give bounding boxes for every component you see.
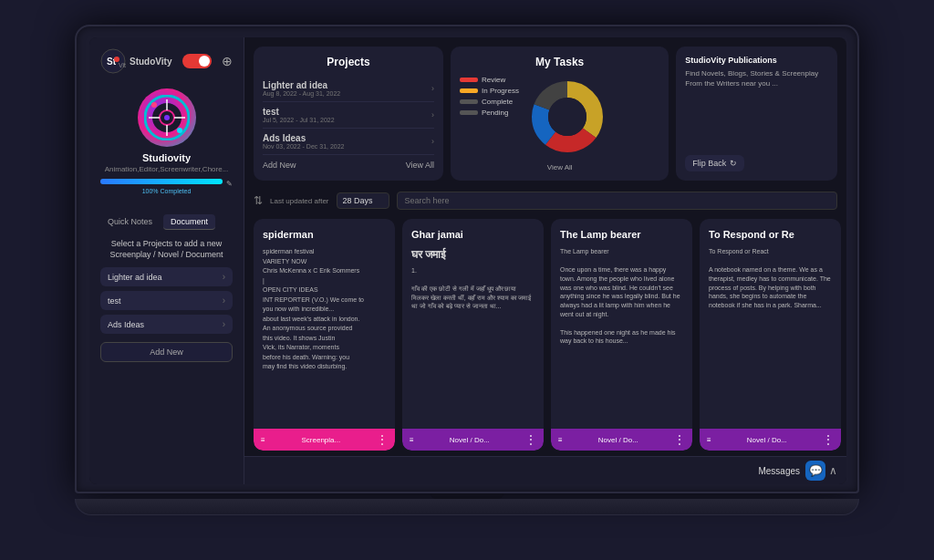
logo-text: StudoVity xyxy=(130,57,171,67)
legend-item-review: Review xyxy=(460,76,519,84)
logout-button[interactable]: ⊕ xyxy=(222,54,233,68)
chart-legend: Review In Progress Complete xyxy=(460,76,519,156)
doc-footer-label-respond: Novel / Do... xyxy=(747,436,787,444)
svg-point-7 xyxy=(164,115,170,120)
flip-back-button[interactable]: Flip Back ↻ xyxy=(685,155,744,171)
theme-toggle[interactable] xyxy=(182,54,212,68)
arrow-icon: › xyxy=(223,296,225,306)
doc-card-spiderman: spiderman spiderman festivalVARIETY NOWC… xyxy=(254,219,395,451)
top-panels: Projects Lighter ad idea Aug 8, 2022 - A… xyxy=(244,37,846,188)
sidebar-project-item[interactable]: Lighter ad idea › xyxy=(100,267,233,286)
doc-footer-respond: ≡ Novel / Do... ⋮ xyxy=(700,429,841,451)
project-item[interactable]: Ads Ideas Nov 03, 2022 - Dec 31, 2022 › xyxy=(263,129,434,155)
edit-icon[interactable]: ✎ xyxy=(226,180,233,188)
select-projects-text: Select a Projects to add a new Screenpla… xyxy=(100,239,233,260)
refresh-icon: ↻ xyxy=(730,159,737,168)
arrow-icon: › xyxy=(223,319,225,329)
doc-menu-button[interactable]: ⋮ xyxy=(377,433,388,446)
app-container: St Vity StudoVity ⊕ xyxy=(89,37,846,484)
filter-bar: ⇅ Last updated after 28 Days 7 Days 14 D… xyxy=(244,188,846,213)
doc-card-ghar-jamai: Ghar jamai घर जमाई 1.गाँव की एक छोटी से … xyxy=(402,219,544,451)
arrow-icon: › xyxy=(431,84,434,93)
project-item[interactable]: Lighter ad idea Aug 8, 2022 - Aug 31, 20… xyxy=(263,76,434,102)
doc-footer-label-spiderman: Screenpla... xyxy=(301,436,340,444)
laptop-base xyxy=(75,499,859,515)
progress-bar xyxy=(100,179,223,184)
last-updated-label: Last updated after xyxy=(270,197,329,205)
publications-panel: StudioVity Publications Find Novels, Blo… xyxy=(676,47,837,181)
main-content: Projects Lighter ad idea Aug 8, 2022 - A… xyxy=(244,37,846,484)
tab-document[interactable]: Document xyxy=(163,214,215,230)
project-item[interactable]: test Jul 5, 2022 - Jul 31, 2022 › xyxy=(263,102,434,129)
svg-point-13 xyxy=(177,128,182,133)
bottom-bar: Messages 💬 ∧ xyxy=(244,456,846,484)
doc-menu-button[interactable]: ⋮ xyxy=(525,433,536,446)
doc-card-lamp-bearer: The Lamp bearer The Lamp bearerOnce upon… xyxy=(551,219,692,451)
doc-footer-label-lamp-bearer: Novel / Do... xyxy=(598,436,638,444)
publications-description: Find Novels, Blogs, Stories & Screenplay… xyxy=(685,68,828,88)
chevron-up-icon[interactable]: ∧ xyxy=(829,464,837,477)
doc-type-icon: ≡ xyxy=(558,436,563,444)
logo-area: St Vity StudoVity xyxy=(100,48,171,74)
tab-quick-notes[interactable]: Quick Notes xyxy=(100,214,160,230)
legend-dot-pending xyxy=(460,110,478,115)
chat-icon: 💬 xyxy=(809,464,823,477)
doc-card-respond: To Respond or Re To Respond or ReactA no… xyxy=(700,219,841,451)
progress-fill xyxy=(100,179,223,184)
search-input[interactable] xyxy=(397,192,838,210)
svg-text:Vity: Vity xyxy=(119,62,126,69)
projects-footer: Add New View All xyxy=(263,161,434,170)
docs-grid: spiderman spiderman festivalVARIETY NOWC… xyxy=(244,213,846,456)
doc-footer-lamp-bearer: ≡ Novel / Do... ⋮ xyxy=(551,429,692,451)
add-new-projects-button[interactable]: Add New xyxy=(263,161,296,170)
section-tabs: Quick Notes Document xyxy=(100,214,233,230)
legend-item-inprogress: In Progress xyxy=(460,87,519,95)
doc-menu-button[interactable]: ⋮ xyxy=(823,433,834,446)
avatar-section: Studiovity Animation,Editor,Screenwriter… xyxy=(100,88,233,203)
legend-dot-review xyxy=(460,78,478,82)
filter-icon[interactable]: ⇅ xyxy=(254,194,263,207)
messages-button[interactable]: 💬 xyxy=(805,461,825,481)
doc-title-lamp-bearer: The Lamp bearer xyxy=(560,228,683,242)
doc-title-ghar-jamai: Ghar jamai xyxy=(411,228,534,242)
tasks-panel: My Tasks Review In Progress xyxy=(451,47,669,181)
arrow-icon: › xyxy=(223,272,225,282)
legend-item-pending: Pending xyxy=(460,109,519,117)
arrow-icon: › xyxy=(431,137,434,146)
projects-panel: Projects Lighter ad idea Aug 8, 2022 - A… xyxy=(254,47,443,181)
legend-dot-complete xyxy=(460,99,478,104)
sidebar-header: St Vity StudoVity ⊕ xyxy=(100,48,233,74)
doc-menu-button[interactable]: ⋮ xyxy=(674,433,685,446)
logo-icon: St Vity xyxy=(100,48,126,74)
sidebar: St Vity StudoVity ⊕ xyxy=(89,37,244,484)
donut-chart xyxy=(526,76,608,160)
sidebar-project-item[interactable]: Ads Ideas › xyxy=(100,315,233,334)
publications-title: StudioVity Publications xyxy=(685,56,828,65)
arrow-icon: › xyxy=(431,110,434,119)
doc-type-icon: ≡ xyxy=(410,436,414,444)
doc-type-icon: ≡ xyxy=(261,436,265,444)
days-filter-select[interactable]: 28 Days 7 Days 14 Days 60 Days xyxy=(337,192,389,209)
add-new-sidebar-button[interactable]: Add New xyxy=(100,342,233,362)
doc-footer-ghar-jamai: ≡ Novel / Do... ⋮ xyxy=(402,429,544,451)
doc-content-lamp-bearer: The Lamp bearerOnce upon a time, there w… xyxy=(560,247,683,346)
messages-label: Messages xyxy=(758,466,800,476)
doc-content-ghar-jamai: 1.गाँव की एक छोटी से गली में जहाँ धूप और… xyxy=(411,266,534,311)
sidebar-project-item[interactable]: test › xyxy=(100,291,233,310)
legend-dot-inprogress xyxy=(460,88,478,93)
projects-panel-title: Projects xyxy=(263,56,434,68)
doc-title-spiderman: spiderman xyxy=(263,228,386,242)
doc-title-respond: To Respond or Re xyxy=(709,228,832,242)
legend-label-review: Review xyxy=(482,76,505,84)
view-all-tasks-button[interactable]: View All xyxy=(460,163,659,171)
doc-footer-label-ghar-jamai: Novel / Do... xyxy=(450,436,490,444)
svg-point-12 xyxy=(151,102,157,108)
doc-type-icon: ≡ xyxy=(707,436,711,444)
view-all-projects-button[interactable]: View All xyxy=(406,161,434,170)
tasks-panel-title: My Tasks xyxy=(460,56,659,68)
avatar-graphic xyxy=(144,95,190,140)
hindi-title: घर जमाई xyxy=(411,247,534,263)
legend-label-complete: Complete xyxy=(482,98,513,106)
progress-label: 100% Completed xyxy=(142,188,192,194)
legend-label-pending: Pending xyxy=(482,109,508,117)
